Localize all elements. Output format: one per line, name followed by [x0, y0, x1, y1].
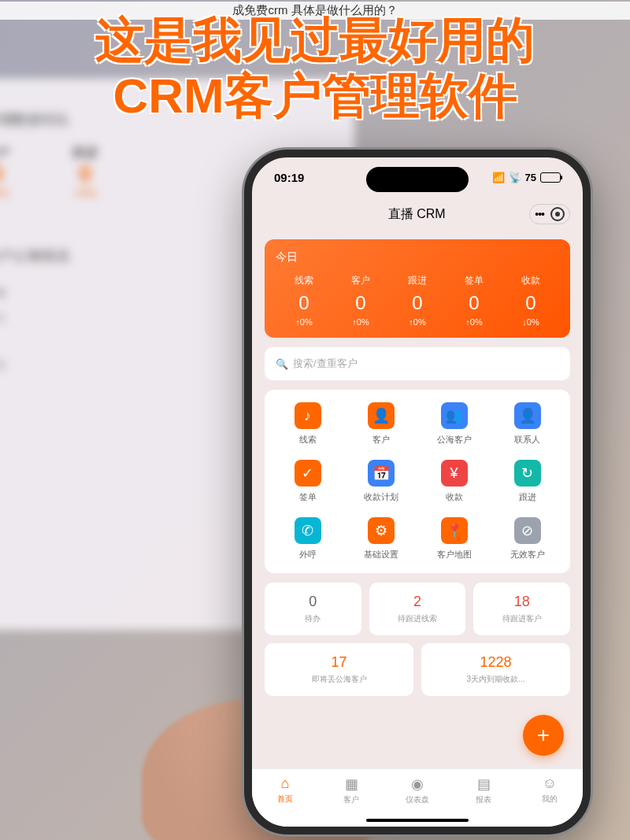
stat-name: 签单: [446, 274, 502, 287]
grid-icon: ♪: [295, 402, 321, 429]
grid-item-无效客户[interactable]: ⊘ 无效客户: [491, 517, 564, 561]
today-label: 今日: [276, 250, 559, 265]
nav-item-我的[interactable]: ☺ 我的: [517, 769, 583, 817]
bg-section-title: 新增数据对比: [0, 110, 331, 129]
grid-item-基础设置[interactable]: ⚙ 基础设置: [344, 517, 417, 561]
close-icon: [550, 207, 565, 221]
grid-label: 无效客户: [491, 549, 564, 561]
nav-label: 我的: [517, 794, 583, 805]
nav-item-仪表盘[interactable]: ◉ 仪表盘: [384, 769, 450, 817]
app-header: 直播 CRM •••: [252, 197, 583, 231]
stat-card[interactable]: 2 待跟进线索: [369, 583, 466, 635]
grid-label: 基础设置: [344, 549, 417, 561]
grid-label: 线索: [271, 434, 344, 446]
stat-pct: ↓0%: [502, 317, 559, 327]
grid-label: 外呼: [271, 549, 344, 561]
stat-name: 客户: [332, 274, 389, 287]
card-label: 待跟进客户: [478, 613, 565, 624]
grid-item-客户[interactable]: 👤 客户: [344, 402, 417, 446]
stat-name: 线索: [276, 274, 332, 287]
stat-value: 0: [446, 292, 502, 314]
home-indicator: [366, 819, 469, 822]
nav-icon: ☺: [517, 775, 583, 792]
phone-frame: 09:19 📶 📡 75 直播 CRM ••• 今日 线索 0 ↑0%客户 0 …: [244, 150, 591, 834]
page-caption: 成免费crm 具体是做什么用的？: [0, 2, 630, 20]
grid-icon: 👥: [441, 402, 468, 429]
stat-pct: ↑0%: [389, 317, 446, 327]
grid-icon: 📍: [441, 517, 468, 544]
card-value: 17: [269, 654, 409, 671]
grid-icon: ⊘: [514, 517, 541, 544]
grid-item-跟进[interactable]: ↻ 跟进: [491, 460, 564, 503]
grid-icon: 📅: [368, 460, 395, 487]
stat-value: 0: [332, 292, 389, 314]
grid-label: 收款计划: [344, 491, 417, 503]
card-label: 待办: [269, 613, 357, 624]
grid-item-联系人[interactable]: 👤 联系人: [491, 402, 564, 446]
card-value: 18: [478, 594, 565, 610]
grid-label: 客户地图: [417, 549, 491, 561]
nav-icon: ⌂: [252, 775, 318, 792]
grid-item-公海客户[interactable]: 👥 公海客户: [417, 402, 491, 446]
card-label: 3天内到期收款...: [426, 674, 565, 685]
grid-icon: ⚙: [368, 517, 395, 544]
card-label: 待跟进线索: [374, 613, 461, 624]
grid-label: 客户: [344, 434, 417, 446]
nav-label: 首页: [252, 794, 318, 805]
bottom-nav: ⌂ 首页▦ 客户◉ 仪表盘▤ 报表☺ 我的: [252, 768, 583, 827]
stat-card[interactable]: 17 即将丢公海客户: [265, 643, 413, 696]
grid-label: 公海客户: [417, 434, 491, 446]
nav-item-首页[interactable]: ⌂ 首页: [252, 769, 318, 817]
stat-card[interactable]: 18 待跟进客户: [473, 583, 570, 635]
grid-icon: 👤: [514, 402, 541, 429]
nav-icon: ▦: [318, 775, 384, 793]
bg-stat: 客户 0 +0%: [0, 145, 9, 199]
stat-name: 收款: [502, 274, 559, 287]
card-label: 即将丢公海客户: [269, 674, 409, 685]
nav-label: 仪表盘: [384, 794, 450, 805]
grid-item-收款[interactable]: ¥ 收款: [417, 460, 491, 503]
grid-icon: ✆: [295, 517, 321, 544]
card-value: 2: [374, 594, 461, 610]
stat-name: 跟进: [389, 274, 446, 287]
today-stats-card: 今日 线索 0 ↑0%客户 0 ↑0%跟进 0 ↑0%签单 0 ↑0%收款 0 …: [265, 239, 570, 338]
search-input[interactable]: 🔍 搜索/查重客户: [265, 347, 570, 380]
stat-value: 0: [502, 292, 559, 314]
nav-label: 报表: [450, 794, 517, 805]
wifi-icon: 📡: [509, 172, 521, 183]
grid-label: 收款: [417, 491, 491, 503]
today-stat-item[interactable]: 客户 0 ↑0%: [332, 274, 389, 327]
feature-grid: ♪ 线索👤 客户👥 公海客户👤 联系人✓ 签单📅 收款计划¥ 收款↻ 跟进✆ 外…: [265, 390, 570, 573]
nav-item-报表[interactable]: ▤ 报表: [450, 769, 517, 817]
grid-label: 签单: [271, 491, 344, 503]
bg-stat: 跟进 0 +0%: [72, 145, 98, 199]
grid-item-客户地图[interactable]: 📍 客户地图: [417, 517, 491, 561]
today-stat-item[interactable]: 收款 0 ↓0%: [502, 274, 559, 327]
nav-label: 客户: [318, 794, 384, 805]
stat-card[interactable]: 1228 3天内到期收款...: [421, 643, 570, 696]
signal-icon: 📶: [492, 172, 505, 183]
grid-label: 跟进: [491, 491, 564, 503]
today-stat-item[interactable]: 线索 0 ↑0%: [276, 274, 332, 327]
search-icon: 🔍: [276, 358, 288, 370]
stat-value: 0: [276, 292, 332, 314]
grid-item-签单[interactable]: ✓ 签单: [271, 460, 344, 503]
stat-pct: ↑0%: [446, 317, 502, 327]
today-stat-item[interactable]: 跟进 0 ↑0%: [389, 274, 446, 327]
grid-item-收款计划[interactable]: 📅 收款计划: [344, 460, 417, 503]
stat-pct: ↑0%: [276, 317, 332, 327]
add-button[interactable]: +: [523, 715, 564, 756]
miniprogram-menu[interactable]: •••: [529, 204, 570, 224]
today-stat-item[interactable]: 签单 0 ↑0%: [446, 274, 502, 327]
stat-card[interactable]: 0 待办: [265, 583, 361, 635]
grid-item-线索[interactable]: ♪ 线索: [271, 402, 344, 446]
grid-icon: ¥: [441, 460, 468, 487]
app-title: 直播 CRM: [304, 206, 529, 223]
nav-item-客户[interactable]: ▦ 客户: [318, 769, 384, 817]
stat-pct: ↑0%: [332, 317, 389, 327]
search-placeholder: 搜索/查重客户: [293, 357, 358, 371]
grid-icon: 👤: [368, 402, 395, 429]
phone-notch: [366, 167, 469, 192]
grid-item-外呼[interactable]: ✆ 外呼: [271, 517, 344, 561]
grid-icon: ↻: [514, 460, 541, 487]
